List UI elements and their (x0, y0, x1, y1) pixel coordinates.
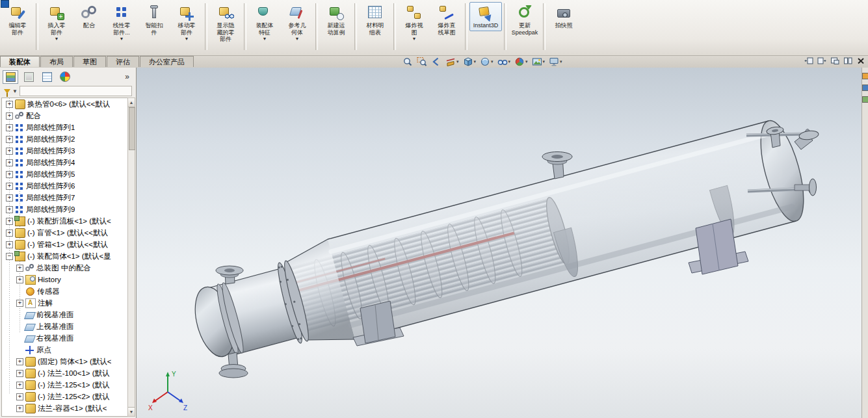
tile-windows-button[interactable] (843, 56, 852, 68)
dropdown-caret-icon[interactable]: ▾ (560, 59, 562, 64)
expand-toggle-icon[interactable]: − (6, 253, 13, 260)
display-style-button[interactable]: ▾ (479, 57, 494, 67)
dropdown-caret-icon[interactable]: ▼ (185, 37, 189, 41)
design-library-icon[interactable] (862, 85, 868, 91)
tree-item[interactable]: +(-) 装配折流板<1> (默认< (2, 215, 127, 227)
file-explorer-icon[interactable] (862, 96, 868, 103)
expand-toggle-icon[interactable]: + (16, 393, 23, 400)
tree-item[interactable]: +(固定) 筒体<1> (默认< (2, 356, 127, 367)
tree-item[interactable]: +配合 (2, 110, 127, 122)
tree-item[interactable]: 传感器 (2, 285, 127, 297)
move-component-button[interactable]: 移动零 部件▼ (170, 2, 203, 43)
configuration-manager-tab[interactable] (39, 70, 55, 84)
expand-toggle-icon[interactable]: + (16, 370, 23, 377)
filter-funnel-icon[interactable] (4, 89, 10, 94)
dropdown-caret-icon[interactable]: ▾ (456, 59, 459, 64)
dropdown-caret-icon[interactable]: ▾ (474, 59, 477, 64)
tree-item[interactable]: +局部线性阵列6 (2, 180, 127, 192)
dropdown-caret-icon[interactable]: ▾ (491, 59, 493, 64)
show-hidden-button[interactable]: 显示隐 藏的零 部件 (209, 2, 242, 45)
exploded-view-button[interactable]: 爆炸视 图▼ (398, 2, 430, 43)
snapshot-button[interactable]: 拍快照 (547, 2, 580, 31)
filter-caret-icon[interactable]: ▼ (12, 88, 18, 94)
expand-toggle-icon[interactable]: + (6, 101, 13, 108)
expand-toggle-icon[interactable]: + (16, 382, 23, 389)
view-settings-button[interactable]: ▾ (548, 57, 563, 67)
tree-item[interactable]: +(-) 管箱<1> (默认<<默认 (2, 239, 127, 250)
tree-item[interactable]: 原点 (2, 344, 127, 356)
zoom-fit-button[interactable] (402, 57, 414, 67)
resources-icon[interactable] (862, 73, 868, 79)
tree-item[interactable]: +局部线性阵列2 (2, 133, 127, 145)
expand-toggle-icon[interactable]: + (6, 194, 13, 202)
assembly-features-button[interactable]: 装配体 特征▼ (248, 2, 281, 43)
tree-item[interactable]: 上视基准面 (2, 320, 127, 332)
tree-item[interactable]: +(-) 法兰-125<2> (默认 (2, 391, 127, 402)
expand-toggle-icon[interactable]: + (16, 300, 23, 307)
dropdown-caret-icon[interactable]: ▼ (55, 37, 59, 41)
expand-toggle-icon[interactable]: + (16, 405, 23, 412)
apply-scene-button[interactable]: ▾ (531, 57, 546, 67)
expand-toggle-icon[interactable]: + (6, 183, 13, 190)
tree-item[interactable]: +(-) 盲管<1> (默认<<默认 (2, 227, 127, 239)
scroll-up-arrow[interactable]: ▲ (128, 98, 135, 107)
edit-appearance-button[interactable]: ▾ (514, 57, 529, 67)
tab-1[interactable]: 布局 (40, 56, 73, 67)
reference-geometry-button[interactable]: 参考几 何体▼ (281, 2, 313, 43)
motion-study-button[interactable]: 新建运 动算例 (320, 2, 352, 38)
tree-item[interactable]: +局部线性阵列1 (2, 122, 127, 133)
expand-toggle-icon[interactable]: + (6, 124, 13, 131)
expand-toggle-icon[interactable]: + (16, 265, 23, 272)
tree-item[interactable]: +总装图 中的配合 (2, 262, 127, 274)
expand-toggle-icon[interactable]: + (6, 148, 13, 155)
tree-item[interactable]: +局部线性阵列9 (2, 203, 127, 215)
expand-toggle-icon[interactable]: + (16, 358, 23, 365)
dropdown-caret-icon[interactable]: ▾ (525, 59, 528, 64)
expand-toggle-icon[interactable]: + (6, 206, 13, 213)
dropdown-caret-icon[interactable]: ▾ (508, 59, 511, 64)
zoom-area-button[interactable] (416, 57, 428, 67)
hide-show-items-button[interactable]: ▾ (497, 57, 512, 67)
tree-scrollbar[interactable]: ▲ ▼ (127, 98, 135, 417)
expand-toggle-icon[interactable]: + (6, 159, 13, 166)
explode-sketch-button[interactable]: 爆炸直 线草图 (430, 2, 463, 38)
tab-3[interactable]: 评估 (107, 56, 139, 67)
graphics-area[interactable]: X Y Z (137, 68, 861, 418)
expand-toggle-icon[interactable]: + (6, 136, 13, 143)
tab-4[interactable]: 办公室产品 (140, 56, 194, 67)
dropdown-caret-icon[interactable]: ▼ (295, 37, 300, 41)
linear-pattern-button[interactable]: 线性零 部件...▼ (105, 2, 138, 43)
tree-item[interactable]: +(-) 法兰-100<1> (默认 (2, 367, 127, 379)
view-orientation-button[interactable]: ▾ (462, 57, 477, 67)
heat-exchanger-3d-model[interactable] (137, 68, 861, 418)
tree-item[interactable]: 前视基准面 (2, 309, 127, 320)
section-view-button[interactable]: ▾ (445, 57, 460, 67)
tree-item[interactable]: −(-) 装配筒体<1> (默认<显 (2, 250, 127, 262)
property-manager-tab[interactable] (21, 70, 36, 84)
expand-toggle-icon[interactable]: + (6, 171, 13, 178)
instant3d-button[interactable]: Instant3D (469, 2, 502, 31)
new-window-button[interactable] (830, 56, 839, 68)
scroll-down-arrow[interactable]: ▼ (128, 407, 135, 416)
expand-toggle-icon[interactable]: + (6, 218, 13, 225)
tree-item[interactable]: +注解 (2, 297, 127, 309)
expand-toggle-icon[interactable]: + (16, 276, 23, 283)
insert-component-button[interactable]: 插入零 部件▼ (40, 2, 73, 43)
tab-2[interactable]: 草图 (73, 56, 106, 67)
tree-item[interactable]: 右视基准面 (2, 332, 127, 344)
tree-item[interactable]: +局部线性阵列3 (2, 145, 127, 157)
smart-fasteners-button[interactable]: 智能扣 件 (138, 2, 170, 38)
display-manager-tab[interactable] (57, 70, 73, 84)
dropdown-caret-icon[interactable]: ▼ (412, 37, 417, 41)
mate-button[interactable]: 配合 (73, 2, 105, 31)
dropdown-caret-icon[interactable]: ▼ (120, 37, 124, 41)
dropdown-caret-icon[interactable]: ▾ (543, 59, 546, 64)
expand-toggle-icon[interactable]: + (6, 112, 13, 120)
scroll-thumb[interactable] (129, 107, 135, 150)
tab-0[interactable]: 装配体 (0, 56, 40, 67)
tree-item[interactable]: +(-) 法兰-125<1> (默认 (2, 379, 127, 391)
dropdown-caret-icon[interactable]: ▼ (263, 37, 267, 41)
tree-item[interactable]: +换热管0<6> (默认<<默认 (2, 98, 127, 110)
tree-filter-input[interactable] (20, 86, 132, 96)
close-button[interactable] (856, 56, 865, 68)
